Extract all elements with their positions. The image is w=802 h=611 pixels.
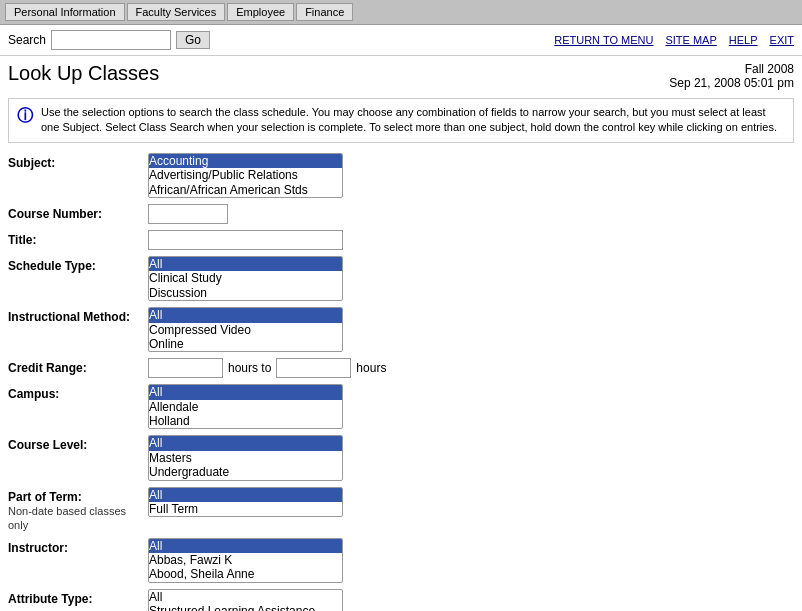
attribute-type-control: All Structured Learning Assistance Suppl…: [148, 589, 794, 611]
title-label: Title:: [8, 230, 148, 247]
instructor-row: Instructor: All Abbas, Fawzi K Abood, Sh…: [8, 538, 794, 583]
instructor-label: Instructor:: [8, 538, 148, 555]
part-of-term-row: Part of Term: Non-date based classes onl…: [8, 487, 794, 532]
return-to-menu-link[interactable]: RETURN TO MENU: [554, 34, 653, 46]
attribute-type-row: Attribute Type: All Structured Learning …: [8, 589, 794, 611]
campus-control: All Allendale Holland: [148, 384, 794, 429]
title-input[interactable]: [148, 230, 343, 250]
page-header: Look Up Classes Fall 2008 Sep 21, 2008 0…: [0, 56, 802, 92]
course-number-row: Course Number:: [8, 204, 794, 224]
part-of-term-label: Part of Term: Non-date based classes onl…: [8, 487, 148, 532]
nav-tab-personal[interactable]: Personal Information: [5, 3, 125, 21]
course-level-label: Course Level:: [8, 435, 148, 452]
hours-to-label: hours to: [228, 361, 271, 375]
credit-range-control: hours to hours: [148, 358, 794, 378]
help-link[interactable]: HELP: [729, 34, 758, 46]
campus-row: Campus: All Allendale Holland: [8, 384, 794, 429]
attribute-type-label: Attribute Type:: [8, 589, 148, 606]
search-bar: Search Go RETURN TO MENU SITE MAP HELP E…: [0, 25, 802, 56]
exit-link[interactable]: EXIT: [770, 34, 794, 46]
campus-select[interactable]: All Allendale Holland: [148, 384, 343, 429]
site-map-link[interactable]: SITE MAP: [665, 34, 716, 46]
nav-tab-finance[interactable]: Finance: [296, 3, 353, 21]
instructional-method-select[interactable]: All Compressed Video Online: [148, 307, 343, 352]
credit-range-row: Credit Range: hours to hours: [8, 358, 794, 378]
schedule-type-label: Schedule Type:: [8, 256, 148, 273]
credit-range-from[interactable]: [148, 358, 223, 378]
course-level-select[interactable]: All Masters Undergraduate: [148, 435, 343, 480]
nav-links: RETURN TO MENU SITE MAP HELP EXIT: [554, 34, 794, 46]
info-text: Use the selection options to search the …: [41, 105, 785, 136]
instructor-control: All Abbas, Fawzi K Abood, Sheila Anne: [148, 538, 794, 583]
instructional-method-control: All Compressed Video Online: [148, 307, 794, 352]
schedule-type-control: All Clinical Study Discussion: [148, 256, 794, 301]
instructional-method-row: Instructional Method: All Compressed Vid…: [8, 307, 794, 352]
info-icon: ⓘ: [17, 105, 33, 136]
subject-row: Subject: Accounting Advertising/Public R…: [8, 153, 794, 198]
part-of-term-control: All Full Term: [148, 487, 794, 518]
attribute-type-select[interactable]: All Structured Learning Assistance Suppl…: [148, 589, 343, 611]
course-level-control: All Masters Undergraduate: [148, 435, 794, 480]
campus-label: Campus:: [8, 384, 148, 401]
search-input[interactable]: [51, 30, 171, 50]
part-of-term-select[interactable]: All Full Term: [148, 487, 343, 518]
subject-select[interactable]: Accounting Advertising/Public Relations …: [148, 153, 343, 198]
schedule-type-row: Schedule Type: All Clinical Study Discus…: [8, 256, 794, 301]
credit-range-to[interactable]: [276, 358, 351, 378]
nav-tab-employee[interactable]: Employee: [227, 3, 294, 21]
course-number-input[interactable]: [148, 204, 228, 224]
subject-label: Subject:: [8, 153, 148, 170]
top-nav: Personal Information Faculty Services Em…: [0, 0, 802, 25]
subject-control: Accounting Advertising/Public Relations …: [148, 153, 794, 198]
hours-label: hours: [356, 361, 386, 375]
non-date-label: Non-date based classes only: [8, 505, 126, 531]
title-row: Title:: [8, 230, 794, 250]
search-label: Search: [8, 33, 46, 47]
semester-label: Fall 2008: [669, 62, 794, 76]
date-info: Fall 2008 Sep 21, 2008 05:01 pm: [669, 62, 794, 90]
date-label: Sep 21, 2008 05:01 pm: [669, 76, 794, 90]
info-box: ⓘ Use the selection options to search th…: [8, 98, 794, 143]
title-control: [148, 230, 794, 250]
main-form: Subject: Accounting Advertising/Public R…: [0, 149, 802, 611]
course-number-control: [148, 204, 794, 224]
nav-tab-faculty[interactable]: Faculty Services: [127, 3, 226, 21]
course-level-row: Course Level: All Masters Undergraduate: [8, 435, 794, 480]
page-title: Look Up Classes: [8, 62, 159, 85]
credit-range-label: Credit Range:: [8, 358, 148, 375]
search-go-button[interactable]: Go: [176, 31, 210, 49]
instructor-select[interactable]: All Abbas, Fawzi K Abood, Sheila Anne: [148, 538, 343, 583]
instructional-method-label: Instructional Method:: [8, 307, 148, 324]
schedule-type-select[interactable]: All Clinical Study Discussion: [148, 256, 343, 301]
course-number-label: Course Number:: [8, 204, 148, 221]
